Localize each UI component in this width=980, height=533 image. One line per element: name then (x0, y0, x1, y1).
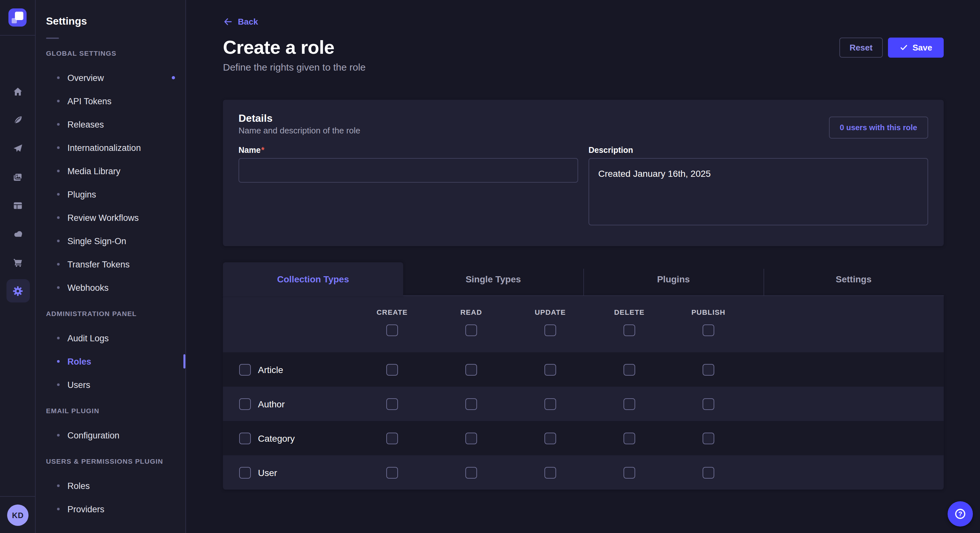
layout-icon (12, 200, 23, 211)
bullet-icon (57, 263, 60, 265)
subnav-item-transfer-tokens[interactable]: Transfer Tokens (36, 252, 185, 276)
user-create-checkbox[interactable] (386, 466, 398, 478)
bullet-icon (57, 216, 60, 219)
subnav-item-audit-logs[interactable]: Audit Logs (36, 327, 185, 350)
column-header-delete: DELETE (590, 308, 669, 316)
tab-settings[interactable]: Settings (764, 262, 944, 296)
author-update-checkbox[interactable] (544, 398, 556, 409)
rail-item-marketplace[interactable] (6, 251, 30, 274)
rail-item-content-builder[interactable] (6, 108, 30, 132)
row-label: Category (258, 433, 295, 443)
subnav-item-providers[interactable]: Providers (36, 497, 185, 521)
select-all-delete-checkbox[interactable] (624, 324, 635, 336)
bullet-icon (57, 240, 60, 242)
subnav-item-overview[interactable]: Overview (36, 66, 185, 89)
users-with-role-button[interactable]: 0 users with this role (829, 117, 928, 139)
nav-section-global-settings: GLOBAL SETTINGS Overview API Tokens Rele… (36, 49, 185, 299)
nav-section-label: EMAIL PLUGIN (46, 407, 175, 414)
author-create-checkbox[interactable] (386, 398, 398, 409)
select-all-read-checkbox[interactable] (465, 324, 477, 336)
bullet-icon (57, 100, 60, 102)
subnav-item-review-workflows[interactable]: Review Workflows (36, 206, 185, 229)
bullet-icon (57, 123, 60, 125)
user-read-checkbox[interactable] (465, 466, 477, 478)
page-subtitle: Define the rights given to the role (223, 62, 944, 73)
category-publish-checkbox[interactable] (703, 432, 714, 444)
category-create-checkbox[interactable] (386, 432, 398, 444)
article-delete-checkbox[interactable] (624, 364, 635, 375)
user-update-checkbox[interactable] (544, 466, 556, 478)
bullet-icon (57, 383, 60, 386)
strapi-logo-icon (8, 8, 27, 27)
reset-button[interactable]: Reset (839, 37, 883, 57)
user-publish-checkbox[interactable] (703, 466, 714, 478)
author-publish-checkbox[interactable] (703, 398, 714, 409)
rail-item-home[interactable] (6, 80, 30, 103)
column-header-create: CREATE (353, 308, 432, 316)
category-update-checkbox[interactable] (544, 432, 556, 444)
subnav-item-plugins[interactable]: Plugins (36, 182, 185, 206)
role-description-textarea[interactable]: Created January 16th, 2025 (589, 158, 928, 225)
rail-item-deploy[interactable] (6, 136, 30, 160)
bullet-icon (57, 337, 60, 339)
role-name-input[interactable] (239, 158, 578, 182)
description-field-group: Description Created January 16th, 2025 (589, 146, 928, 228)
select-all-publish-checkbox[interactable] (703, 324, 714, 336)
article-read-checkbox[interactable] (465, 364, 477, 375)
subnav-item-releases[interactable]: Releases (36, 113, 185, 136)
select-all-create-checkbox[interactable] (386, 324, 398, 336)
category-delete-checkbox[interactable] (624, 432, 635, 444)
bullet-icon (57, 146, 60, 149)
bullet-icon (57, 484, 60, 487)
subnav-item-webhooks[interactable]: Webhooks (36, 276, 185, 299)
table-row-author[interactable]: Author (223, 387, 944, 421)
author-read-checkbox[interactable] (465, 398, 477, 409)
main-content: Back Create a role Reset Save Define the… (186, 0, 980, 533)
rail-item-cloud[interactable] (6, 222, 30, 246)
bullet-icon (57, 76, 60, 79)
back-link[interactable]: Back (223, 17, 258, 27)
rail-item-media-library[interactable] (6, 165, 30, 189)
author-delete-checkbox[interactable] (624, 398, 635, 409)
subnav-item-roles-active[interactable]: Roles (36, 350, 185, 373)
user-avatar[interactable]: KD (7, 504, 29, 526)
tab-single-types[interactable]: Single Types (403, 262, 583, 296)
row-label: User (258, 467, 277, 477)
rail-item-content-manager[interactable] (6, 194, 30, 217)
column-header-update: UPDATE (511, 308, 590, 316)
table-row-article[interactable]: Article (223, 352, 944, 387)
subnav-item-configuration[interactable]: Configuration (36, 424, 185, 447)
subnav-item-single-sign-on[interactable]: Single Sign-On (36, 229, 185, 252)
select-all-update-checkbox[interactable] (544, 324, 556, 336)
user-select-checkbox[interactable] (239, 466, 251, 478)
subnav-item-users[interactable]: Users (36, 373, 185, 397)
category-read-checkbox[interactable] (465, 432, 477, 444)
article-create-checkbox[interactable] (386, 364, 398, 375)
permissions-table: CREATE READ UPDATE DELETE PUBLISH Articl… (223, 296, 944, 490)
article-select-checkbox[interactable] (239, 364, 251, 375)
description-label: Description (589, 146, 928, 155)
article-update-checkbox[interactable] (544, 364, 556, 375)
category-select-checkbox[interactable] (239, 432, 251, 444)
subnav-item-internationalization[interactable]: Internationalization (36, 136, 185, 159)
subnav-item-media-library[interactable]: Media Library (36, 159, 185, 182)
user-delete-checkbox[interactable] (624, 466, 635, 478)
subnav-item-api-tokens[interactable]: API Tokens (36, 89, 185, 113)
nav-section-email-plugin: EMAIL PLUGIN Configuration (36, 407, 185, 447)
svg-text:?: ? (958, 510, 962, 517)
save-button[interactable]: Save (888, 37, 944, 57)
subnav-item-up-roles[interactable]: Roles (36, 474, 185, 497)
table-row-category[interactable]: Category (223, 421, 944, 455)
tab-collection-types[interactable]: Collection Types (223, 262, 403, 296)
required-asterisk: * (261, 146, 264, 155)
author-select-checkbox[interactable] (239, 398, 251, 409)
bullet-icon (57, 360, 60, 363)
paper-plane-icon (12, 143, 23, 154)
bullet-icon (57, 434, 60, 436)
table-row-user[interactable]: User (223, 455, 944, 490)
strapi-logo[interactable] (0, 0, 35, 36)
rail-item-settings[interactable] (6, 279, 30, 303)
tab-plugins[interactable]: Plugins (583, 262, 764, 296)
article-publish-checkbox[interactable] (703, 364, 714, 375)
help-button[interactable]: ? (948, 501, 973, 527)
